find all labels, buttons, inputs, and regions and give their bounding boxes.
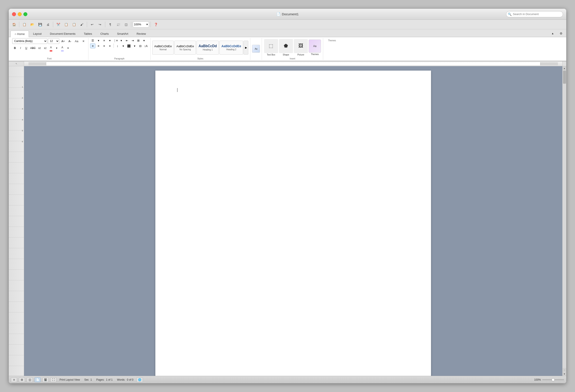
outdent-btn[interactable]: ⇤ xyxy=(124,38,130,43)
strikethrough-btn[interactable]: ABC xyxy=(29,45,37,51)
maximize-button[interactable] xyxy=(24,12,27,16)
view-btn-outline[interactable]: ≡ xyxy=(11,377,17,382)
italic-btn[interactable]: I xyxy=(18,45,23,51)
line-spacing-btn[interactable]: ↕ xyxy=(115,44,120,48)
search-input[interactable] xyxy=(506,11,563,17)
font-shrink-btn[interactable]: A- xyxy=(67,38,73,44)
show-formatting-btn[interactable]: ¶ xyxy=(107,21,114,28)
zoom-thumb[interactable] xyxy=(551,378,555,381)
line-spacing-dropdown[interactable]: ▾ xyxy=(120,44,126,48)
ribbon-tabs: ⌂ Home Layout Document Elements Tables C… xyxy=(9,29,566,37)
sidebar-btn[interactable]: ◫ xyxy=(122,21,130,28)
zoom-slider[interactable] xyxy=(542,379,564,380)
scroll-track[interactable] xyxy=(563,70,567,368)
columns-btn[interactable]: ⊟ xyxy=(138,44,143,48)
scroll-thumb[interactable] xyxy=(563,71,566,84)
view-btn-notebook[interactable]: 📓 xyxy=(43,377,48,382)
print-btn[interactable]: 🖨 xyxy=(45,21,51,28)
ruler-mark-3: 3 xyxy=(22,108,23,110)
style-heading1[interactable]: AaBbCcDd Heading 1 xyxy=(196,41,219,55)
style-normal[interactable]: AaBbCcDdEe Normal xyxy=(152,41,174,55)
borders-dropdown[interactable]: ▾ xyxy=(141,38,146,43)
borders-btn[interactable]: ⊞ xyxy=(136,38,141,43)
indent-btn[interactable]: ⇥ xyxy=(130,38,135,43)
scroll-down-btn[interactable]: ▼ xyxy=(563,372,567,376)
tab-tables[interactable]: Tables xyxy=(80,30,96,37)
align-right-btn[interactable]: ≡ xyxy=(101,44,107,48)
tab-document-elements[interactable]: Document Elements xyxy=(46,30,80,37)
styles-more-btn[interactable]: ▶ xyxy=(243,41,248,55)
sort-btn[interactable]: ↕A xyxy=(143,44,148,48)
font-group-content: Cambria (Body) 12 A+ A- Aa ✕ B I U xyxy=(12,38,86,57)
underline-btn[interactable]: U xyxy=(24,45,29,51)
styles-pane-btn[interactable]: Aa xyxy=(252,45,260,53)
picture-btn[interactable]: 🖼 xyxy=(294,39,308,53)
outline-list-dropdown[interactable]: ▾ xyxy=(119,38,124,43)
ordered-list-btn[interactable]: ≡ xyxy=(101,38,107,43)
align-center-btn[interactable]: ≡ xyxy=(96,44,101,48)
redo-btn[interactable]: ↪ xyxy=(96,21,103,28)
view-btn-list[interactable]: ⊟ xyxy=(19,377,25,382)
document-page[interactable] xyxy=(155,71,431,376)
undo-btn[interactable]: ↩ xyxy=(89,21,96,28)
window-title: 📄 Document1 xyxy=(276,12,299,16)
subscript-btn[interactable]: x2 xyxy=(43,45,48,51)
font-case-btn[interactable]: Aa xyxy=(73,38,80,44)
font-size-select[interactable]: 12 xyxy=(48,38,59,44)
font-color-btn[interactable]: A xyxy=(48,45,54,50)
home-toolbar-btn[interactable]: 🏠 xyxy=(10,21,18,28)
zoom-control[interactable]: 100% ▾ xyxy=(133,22,149,27)
clear-format-btn[interactable]: ✕ xyxy=(80,38,86,44)
tab-home[interactable]: ⌂ Home xyxy=(10,31,29,37)
ordered-list-dropdown[interactable]: ▾ xyxy=(107,38,113,43)
view-options-btn[interactable]: 📰 xyxy=(115,21,122,28)
bold-btn[interactable]: B xyxy=(12,45,18,51)
view-btn-print[interactable]: 📄 xyxy=(35,377,41,382)
style-nospace[interactable]: AaBbCcDdEe No Spacing xyxy=(174,41,196,55)
highlight-dropdown[interactable]: ▾ xyxy=(65,45,71,51)
align-left-btn[interactable]: ≡ xyxy=(90,44,96,48)
search-area: 🔍 xyxy=(506,11,563,17)
open-btn[interactable]: 📂 xyxy=(29,21,36,28)
section-label: Sec 1 xyxy=(84,378,92,381)
style-heading2[interactable]: AaBbCcDdEe Heading 2 xyxy=(219,41,243,55)
language-btn[interactable]: 🌐 xyxy=(137,377,143,382)
scroll-circle-btn[interactable]: ○ xyxy=(563,368,567,372)
copy-btn[interactable]: 📋 xyxy=(63,21,70,28)
highlight-btn[interactable]: A xyxy=(60,45,65,50)
font-color-dropdown[interactable]: ▾ xyxy=(54,45,59,51)
shape-btn[interactable]: ⬟ xyxy=(279,39,293,53)
unordered-list-btn[interactable]: ☰ xyxy=(90,38,96,43)
view-btn-preview[interactable]: ◫ xyxy=(27,377,33,382)
view-btn-focus[interactable]: ⛶ xyxy=(50,377,56,382)
superscript-btn[interactable]: x2 xyxy=(37,45,42,51)
format-painter-btn[interactable]: 🖌 xyxy=(78,21,85,28)
ribbon-settings-btn[interactable]: ⚙ xyxy=(557,30,565,37)
outline-list-btn[interactable]: ⋮≡ xyxy=(113,38,118,43)
save-btn[interactable]: 💾 xyxy=(37,21,44,28)
new-doc-btn[interactable]: 📋 xyxy=(21,21,28,28)
shading-btn[interactable]: ⬛ xyxy=(126,44,131,48)
cut-btn[interactable]: ✂️ xyxy=(55,21,62,28)
font-grow-btn[interactable]: A+ xyxy=(60,38,66,44)
minimize-button[interactable] xyxy=(18,12,22,16)
textbox-btn[interactable]: ⬚ xyxy=(264,39,278,53)
close-button[interactable] xyxy=(12,12,16,16)
tab-review[interactable]: Review xyxy=(132,30,150,37)
toolbar-row1: 🏠 📋 📂 💾 🖨 ✂️ 📋 📋 🖌 ↩ ↪ ¶ 📰 ◫ 100% ▾ xyxy=(9,20,566,29)
paste-btn[interactable]: 📋 xyxy=(71,21,77,28)
ruler-corner[interactable]: ↖ xyxy=(9,61,24,66)
tab-charts[interactable]: Charts xyxy=(96,30,113,37)
ribbon-collapse-btn[interactable]: ▲ xyxy=(549,30,556,37)
help-btn[interactable]: ❓ xyxy=(152,21,159,28)
unordered-list-dropdown[interactable]: ▾ xyxy=(96,38,101,43)
tab-layout[interactable]: Layout xyxy=(29,30,46,37)
document-area[interactable] xyxy=(24,66,562,376)
font-group-label: Font xyxy=(47,57,51,60)
justify-btn[interactable]: ≡ xyxy=(107,44,113,48)
font-name-select[interactable]: Cambria (Body) xyxy=(12,38,47,44)
tab-smartart[interactable]: SmartArt xyxy=(113,30,132,37)
themes-btn[interactable]: Aa xyxy=(309,40,321,53)
shading-dropdown[interactable]: ▾ xyxy=(132,44,137,48)
scroll-up-btn[interactable]: ▲ xyxy=(563,66,567,70)
